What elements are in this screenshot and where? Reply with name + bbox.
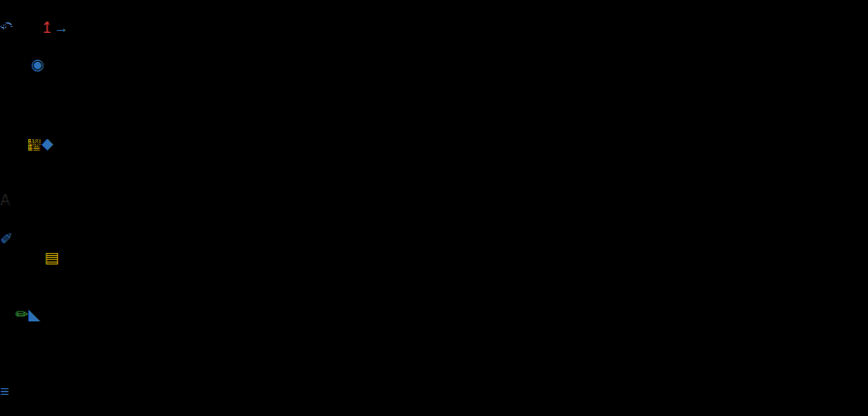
minimize-button[interactable]: ─	[0, 178, 868, 195]
menu-label: 手机	[9, 97, 40, 114]
new-tab-button[interactable]: +	[0, 59, 868, 76]
color-label: 颜色	[14, 402, 45, 416]
rotate-icon[interactable]: ↻	[28, 269, 41, 286]
close-button[interactable]: ×	[0, 212, 868, 230]
menu-label: 帮助	[13, 158, 43, 175]
tab-close-icon[interactable]: ✕	[141, 40, 154, 56]
measure-label: 测量	[0, 324, 31, 341]
offset-icon[interactable]: ⊏	[0, 288, 13, 304]
document-tabs: 起始页✕别墅绿化施工图.dwg✕+	[0, 18, 868, 76]
phone-icon: ▯	[0, 97, 9, 114]
eraser-icon[interactable]: ▱	[9, 383, 20, 400]
layers-icon[interactable]: ≣	[0, 345, 13, 361]
mirror-icon[interactable]: ⋈	[28, 288, 43, 304]
toolbar-group-erase: ✐❏✂删除❐▤	[0, 230, 868, 268]
paste-icon[interactable]: ▤	[44, 249, 59, 265]
linetype-icon[interactable]: ≡	[0, 383, 9, 400]
menu-phone[interactable]: ▯手机	[0, 97, 868, 117]
hatch-grid-icon[interactable]: ▦	[0, 402, 14, 416]
back-icon[interactable]: ↶	[0, 1, 13, 17]
marquee-icon[interactable]: ▫	[45, 402, 51, 416]
maximize-button[interactable]: □	[0, 195, 868, 212]
wechat-icon: ✉	[0, 77, 13, 94]
menu-label: 协同	[14, 118, 45, 134]
erase-label: 删除	[0, 249, 31, 265]
collab-icon: ◫	[0, 118, 14, 134]
image-export-icon[interactable]: ▧	[31, 324, 45, 341]
toolbar-group-measure: ↔✏◣测量▧◌	[0, 305, 868, 344]
layer-label: 图层	[0, 363, 31, 379]
array-icon[interactable]: ⊞	[43, 288, 56, 304]
move-icon[interactable]: ✚	[0, 269, 13, 286]
help-icon: ✎	[0, 158, 13, 175]
revcloud-icon[interactable]: ☁	[13, 288, 28, 304]
multi-copy-icon[interactable]: ❒	[41, 269, 54, 286]
tab-close-icon[interactable]: ✕	[46, 19, 59, 36]
cut-icon[interactable]: ✂	[27, 231, 40, 247]
menu-label: 微信	[13, 77, 43, 94]
copy-icon[interactable]: ❏	[13, 231, 26, 247]
settings-icon: ⚙	[0, 138, 14, 154]
redline-icon[interactable]: ✏	[15, 306, 28, 322]
tab-label: 起始页	[0, 19, 46, 36]
lasso-icon[interactable]: ◌	[45, 324, 55, 341]
application-window: ↶↷ 起始页✕别墅绿化施工图.dwg✕+ ✉微信▯手机◫协同⚙设置✎帮助 ─□×…	[0, 0, 868, 416]
toolbar-group-properties: ≡▱▦颜色▫	[0, 382, 868, 416]
titlebar-menu: ✉微信▯手机◫协同⚙设置✎帮助	[0, 76, 868, 178]
menu-label: 设置	[14, 138, 44, 154]
toolbar-group-layer: ≣图层	[0, 344, 868, 382]
titlebar: ↶↷ 起始页✕别墅绿化施工图.dwg✕+ ✉微信▯手机◫协同⚙设置✎帮助 ─□×	[0, 0, 868, 21]
tab-inactive-0[interactable]: 起始页✕	[0, 18, 868, 39]
duplicate-icon[interactable]: ❐	[31, 249, 44, 265]
toolbar-group-modify2: ✚▣↻❒⊏☁⋈⊞	[0, 268, 868, 305]
menu-help[interactable]: ✎帮助	[0, 157, 868, 178]
scale-icon[interactable]: ▣	[13, 269, 27, 286]
tab-active-1[interactable]: 别墅绿化施工图.dwg✕	[0, 39, 868, 59]
ruler-icon[interactable]: ↔	[0, 306, 15, 322]
window-controls: ─□×	[0, 178, 868, 230]
tab-label: 别墅绿化施工图.dwg	[0, 40, 141, 56]
erase-icon[interactable]: ✐	[0, 231, 13, 247]
menu-collab[interactable]: ◫协同	[0, 117, 868, 137]
area-measure-icon[interactable]: ◣	[28, 306, 40, 322]
forward-icon[interactable]: ↷	[13, 1, 25, 17]
menu-settings[interactable]: ⚙设置	[0, 137, 868, 157]
nav-arrows: ↶↷	[0, 0, 868, 18]
menu-wechat[interactable]: ✉微信	[0, 76, 868, 97]
